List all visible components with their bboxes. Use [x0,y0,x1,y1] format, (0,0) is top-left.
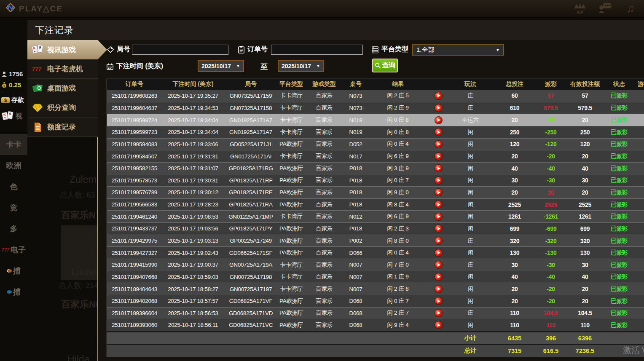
replay-button[interactable] [435,213,443,221]
user-avatar[interactable] [6,40,27,67]
cell-table_no: N007 [343,283,368,295]
cell-platform: PA欧洲厅 [277,163,305,174]
user-id-row: 1756 [1,70,23,78]
vip-icon[interactable]: VIP [572,1,588,16]
replay-button[interactable] [435,116,443,124]
cell-status: 已派彩 [606,271,632,283]
table-row[interactable]: 2510171894076682025-10-17 18:59:03GN0072… [107,271,644,283]
cell-order_id: 251017199582155 [107,163,162,174]
cell-bet_time: 2025-10-17 19:30:31 [162,174,224,186]
replay-button[interactable] [435,201,443,209]
table-row[interactable]: 2510171893966042025-10-17 18:56:53GD0682… [107,307,644,319]
cell-play [427,247,449,259]
background-nav-item[interactable]: 捕 [0,281,27,302]
music-icon[interactable]: ♫ [623,1,638,16]
cell-table_no: P018 [343,174,368,186]
cell-bet_time: 2025-10-17 19:30:12 [162,187,224,198]
table-row[interactable]: 2510171995767892025-10-17 19:30:12GP0182… [107,186,644,198]
background-nav-item[interactable]: 多 [0,218,27,239]
cell-bet_time: 2025-10-17 19:31:07 [162,163,224,174]
replay-button[interactable] [435,104,443,112]
column-header: 订单号 [107,78,162,90]
date-to-picker[interactable]: 2025/10/17 ▼ [278,60,324,72]
search-button[interactable]: 查询 [372,59,398,72]
cell-game_type: 百家乐 [305,163,343,174]
replay-button[interactable] [435,321,443,329]
table-row[interactable]: 2510171995845072025-10-17 19:31:31GN0172… [107,150,644,162]
cell-play_type: 闲 [449,319,491,331]
topbar: PLAY△CE VIP ♫ [0,0,644,18]
menu-item-table-games[interactable]: 桌面游戏 [27,79,98,98]
background-nav-item[interactable]: 色 [0,176,27,197]
round-id-input[interactable] [132,45,228,55]
background-nav-item[interactable]: 卡卡 [0,134,27,155]
background-nav-item[interactable]: 捕 [0,260,27,281]
cell-payout: 2525 [538,199,564,211]
video-games-shortcut[interactable]: K♥ 9 视 [1,110,22,122]
cell-status: 已派彩 [606,247,632,259]
replay-button[interactable] [435,140,443,148]
table-row[interactable]: 2510171995997232025-10-17 19:34:04GN0192… [107,126,644,138]
menu-item-video-games[interactable]: K♥ 9 视讯游戏 [27,40,107,59]
table-row[interactable]: 2510171994612402025-10-17 19:08:53GN0122… [107,210,644,222]
replay-button[interactable] [435,176,443,185]
replay-button[interactable] [435,92,443,100]
replay-button[interactable] [435,297,443,305]
replay-button[interactable] [435,225,443,233]
cell-payout: -130 [538,247,564,259]
cell-result: 闲 3 庄 9 [368,163,427,174]
summary-empty-cell [632,332,644,344]
table-row[interactable]: 2510171994299752025-10-17 19:03:13GP0022… [107,235,644,247]
deposit-button[interactable]: $ 存款 [1,96,24,104]
replay-button[interactable] [435,249,443,257]
table-row[interactable]: 2510171894046432025-10-17 18:58:27GN0072… [107,283,644,295]
table-row[interactable]: 2510171995821552025-10-17 19:31:07GP0182… [107,162,644,174]
cell-table_no: D068 [343,319,368,331]
replay-button[interactable] [435,285,443,293]
playace-logo-text: PLAY△CE [19,4,63,13]
replay-button[interactable] [435,237,443,245]
table-row[interactable]: 2510171995785732025-10-17 19:30:31GP0182… [107,174,644,186]
menu-item-slots[interactable]: 777 电子老虎机 [27,59,98,79]
playace-logo[interactable]: PLAY△CE [5,2,63,15]
cell-status: 已派彩 [606,187,632,198]
background-nav-item[interactable]: 欧洲 [0,155,27,176]
background-nav-item[interactable]: 竞 [0,197,27,218]
table-row[interactable]: 2510171996046372025-10-17 19:34:53GN0732… [107,102,644,114]
cell-game_type: 百家乐 [305,259,343,271]
chat-icon[interactable] [598,1,613,16]
date-from-picker[interactable]: 2025/10/17 ▼ [198,60,244,72]
modal-content: 局号 订单号 平台类型 1.全部 ▼ 下注时间 (美东) 2025/10/17 … [98,40,644,361]
platform-type-select[interactable]: 1.全部 ▼ [412,44,504,56]
replay-button[interactable] [435,309,443,317]
table-row[interactable]: 2510171893930602025-10-17 18:56:11GD0682… [107,319,644,331]
table-row[interactable]: 2510171894020682025-10-17 18:57:57GD0682… [107,295,644,307]
cell-play [632,102,644,114]
table-row[interactable]: 2510171994159902025-10-17 19:00:37GN0072… [107,259,644,271]
table-row[interactable]: 2510171995665832025-10-17 19:28:23GP0182… [107,198,644,211]
table-row[interactable]: 2510171994273272025-10-17 19:02:43GD0662… [107,246,644,259]
table-row[interactable]: 2510171994337372025-10-17 19:03:56GP0182… [107,222,644,235]
menu-item-points[interactable]: 积分查询 [27,98,98,118]
clipboard-icon [238,45,245,53]
order-id-input[interactable] [271,45,363,55]
table-row[interactable]: 2510171995940832025-10-17 19:33:06GD0522… [107,138,644,150]
table-row[interactable]: 2510171995997242025-10-17 19:34:04GN0192… [107,114,644,126]
replay-button[interactable] [435,128,443,136]
cell-play [632,308,644,319]
menu-item-quota-records[interactable]: 额度记录 [27,118,98,137]
dealer-name: Liezel [72,266,97,278]
background-nav-item[interactable]: 777电子 [0,239,27,260]
cell-play [632,283,644,295]
cell-platform: PA欧洲厅 [277,319,305,331]
replay-button[interactable] [435,164,443,172]
replay-button[interactable] [435,188,443,196]
cell-total_bet: 110 [491,308,538,319]
table-row[interactable]: 2510171996082632025-10-17 19:35:27GN0732… [107,90,644,102]
replay-button[interactable] [435,273,443,281]
replay-button[interactable] [435,152,443,160]
cell-round_id: GD06625A171SF [224,247,277,259]
cell-order_id: 251017189404643 [107,283,162,295]
replay-button[interactable] [435,261,443,269]
cell-platform: PA欧洲厅 [277,247,305,259]
